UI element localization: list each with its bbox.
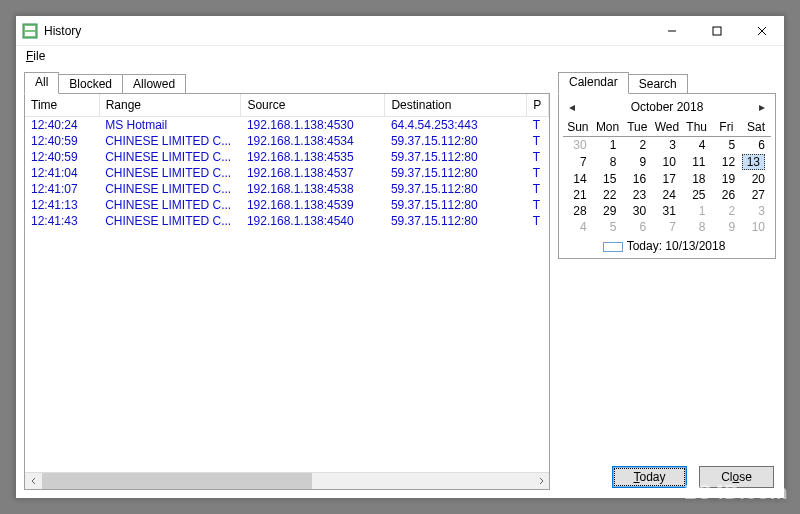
calendar-day[interactable]: 1 [593, 137, 623, 154]
scroll-left-icon[interactable] [25, 473, 42, 490]
menu-file[interactable]: File [20, 47, 51, 65]
calendar-day[interactable]: 21 [563, 187, 593, 203]
col-destination[interactable]: Destination [385, 94, 527, 117]
tab-calendar[interactable]: Calendar [558, 72, 629, 94]
table-row[interactable]: 12:41:43CHINESE LIMITED C...192.168.1.13… [25, 213, 549, 229]
calendar-day[interactable]: 10 [741, 219, 771, 235]
calendar-day[interactable]: 22 [593, 187, 623, 203]
calendar-day[interactable]: 31 [652, 203, 682, 219]
cell-source: 192.168.1.138:4539 [241, 197, 385, 213]
calendar-day[interactable]: 7 [563, 153, 593, 171]
today-rest: oday [639, 470, 665, 484]
cell-p: T [527, 133, 549, 149]
calendar-day[interactable]: 5 [593, 219, 623, 235]
calendar-day[interactable]: 8 [682, 219, 712, 235]
tab-allowed[interactable]: Allowed [122, 74, 186, 94]
calendar-day[interactable]: 30 [622, 203, 652, 219]
close-dialog-button[interactable]: Close [699, 466, 774, 488]
cell-range: CHINESE LIMITED C... [99, 181, 241, 197]
calendar-day[interactable]: 23 [622, 187, 652, 203]
calendar-day[interactable]: 8 [593, 153, 623, 171]
calendar-day[interactable]: 26 [712, 187, 742, 203]
calendar-day[interactable]: 6 [622, 219, 652, 235]
calendar-next-icon[interactable]: ▸ [755, 100, 769, 114]
col-p[interactable]: P [527, 94, 549, 117]
col-range[interactable]: Range [99, 94, 241, 117]
calendar-day[interactable]: 30 [563, 137, 593, 154]
table-row[interactable]: 12:40:24MS Hotmail192.168.1.138:453064.4… [25, 117, 549, 134]
cell-time: 12:40:24 [25, 117, 99, 134]
col-source[interactable]: Source [241, 94, 385, 117]
calendar-day[interactable]: 24 [652, 187, 682, 203]
tab-all[interactable]: All [24, 72, 59, 94]
calendar-day[interactable]: 2 [622, 137, 652, 154]
calendar-day[interactable]: 9 [712, 219, 742, 235]
calendar-day[interactable]: 14 [563, 171, 593, 187]
calendar-title[interactable]: October 2018 [579, 100, 755, 114]
calendar-panel: ◂ October 2018 ▸ SunMonTueWedThuFriSat 3… [558, 93, 776, 259]
tab-search[interactable]: Search [628, 74, 688, 94]
calendar-day[interactable]: 29 [593, 203, 623, 219]
cell-destination: 59.37.15.112:80 [385, 133, 527, 149]
cell-range: CHINESE LIMITED C... [99, 165, 241, 181]
calendar-day[interactable]: 27 [741, 187, 771, 203]
calendar-day[interactable]: 11 [682, 153, 712, 171]
calendar-day[interactable]: 17 [652, 171, 682, 187]
tab-blocked[interactable]: Blocked [58, 74, 123, 94]
calendar-day[interactable]: 16 [622, 171, 652, 187]
cell-source: 192.168.1.138:4540 [241, 213, 385, 229]
calendar-day[interactable]: 25 [682, 187, 712, 203]
table-row[interactable]: 12:40:59CHINESE LIMITED C...192.168.1.13… [25, 149, 549, 165]
minimize-button[interactable] [649, 16, 694, 45]
calendar-week: 21222324252627 [563, 187, 771, 203]
history-table: Time Range Source Destination P 12:40:24… [25, 94, 549, 229]
maximize-button[interactable] [694, 16, 739, 45]
calendar-day[interactable]: 9 [622, 153, 652, 171]
calendar-day[interactable]: 28 [563, 203, 593, 219]
cell-destination: 64.4.54.253:443 [385, 117, 527, 134]
calendar-day[interactable]: 7 [652, 219, 682, 235]
cell-range: MS Hotmail [99, 117, 241, 134]
cell-range: CHINESE LIMITED C... [99, 149, 241, 165]
calendar-day-header: Mon [593, 118, 623, 137]
calendar-day[interactable]: 5 [712, 137, 742, 154]
cell-p: T [527, 149, 549, 165]
scroll-track[interactable] [42, 473, 532, 489]
table-row[interactable]: 12:41:04CHINESE LIMITED C...192.168.1.13… [25, 165, 549, 181]
calendar-today-mark-icon [603, 242, 623, 252]
horizontal-scrollbar[interactable] [25, 472, 549, 489]
calendar-day[interactable]: 6 [741, 137, 771, 154]
calendar-day[interactable]: 4 [563, 219, 593, 235]
calendar-day[interactable]: 12 [712, 153, 742, 171]
calendar-day[interactable]: 18 [682, 171, 712, 187]
close-button[interactable] [739, 16, 784, 45]
cell-range: CHINESE LIMITED C... [99, 213, 241, 229]
cell-destination: 59.37.15.112:80 [385, 165, 527, 181]
menu-file-rest: ile [33, 49, 45, 63]
svg-rect-4 [713, 27, 721, 35]
table-row[interactable]: 12:41:07CHINESE LIMITED C...192.168.1.13… [25, 181, 549, 197]
table-row[interactable]: 12:41:13CHINESE LIMITED C...192.168.1.13… [25, 197, 549, 213]
calendar-day[interactable]: 19 [712, 171, 742, 187]
app-icon [22, 23, 38, 39]
calendar-day[interactable]: 1 [682, 203, 712, 219]
scroll-right-icon[interactable] [532, 473, 549, 490]
cell-source: 192.168.1.138:4538 [241, 181, 385, 197]
window: History File All Blocked Allowed [15, 15, 785, 499]
col-time[interactable]: Time [25, 94, 99, 117]
cell-p: T [527, 197, 549, 213]
today-button[interactable]: Today [612, 466, 687, 488]
calendar-day[interactable]: 10 [652, 153, 682, 171]
calendar-day[interactable]: 3 [741, 203, 771, 219]
calendar-day[interactable]: 15 [593, 171, 623, 187]
calendar-day[interactable]: 20 [741, 171, 771, 187]
calendar-prev-icon[interactable]: ◂ [565, 100, 579, 114]
calendar-day[interactable]: 4 [682, 137, 712, 154]
calendar-day[interactable]: 2 [712, 203, 742, 219]
calendar-day[interactable]: 3 [652, 137, 682, 154]
calendar-today-link[interactable]: Today: 10/13/2018 [563, 235, 771, 254]
scroll-thumb[interactable] [42, 473, 312, 489]
cell-time: 12:40:59 [25, 149, 99, 165]
calendar-day[interactable]: 13 [741, 153, 771, 171]
table-row[interactable]: 12:40:59CHINESE LIMITED C...192.168.1.13… [25, 133, 549, 149]
